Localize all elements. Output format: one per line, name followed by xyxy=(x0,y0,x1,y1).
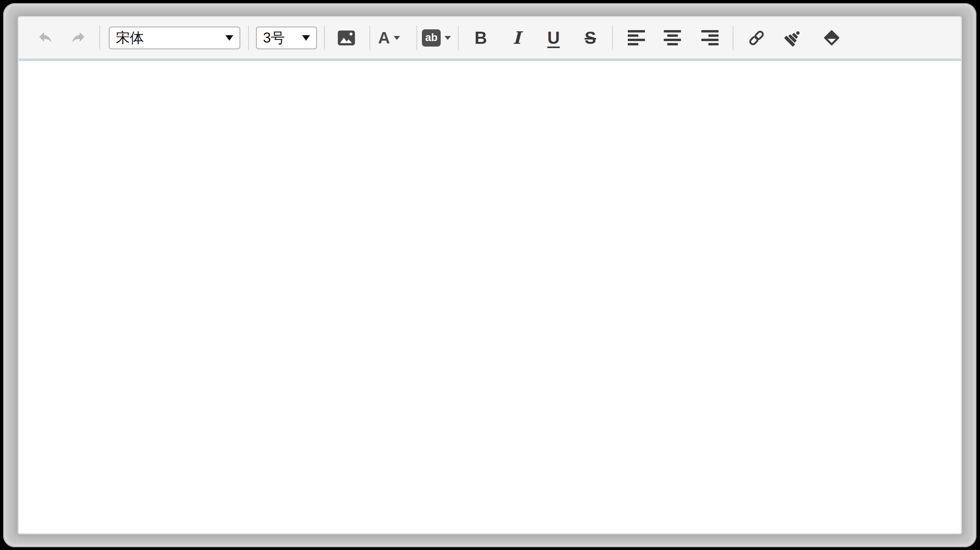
toolbar-separator xyxy=(369,26,370,50)
toolbar-separator xyxy=(612,26,613,50)
bold-button[interactable]: B xyxy=(469,22,492,54)
toolbar-separator xyxy=(248,26,249,50)
font-family-value: 宋体 xyxy=(116,31,220,45)
editor-toolbar: 宋体 3号 A xyxy=(19,17,961,59)
insert-link-button[interactable] xyxy=(747,22,766,54)
font-color-label: A xyxy=(378,30,390,46)
font-color-button[interactable]: A xyxy=(378,22,400,54)
toolbar-separator xyxy=(733,26,733,50)
align-left-icon xyxy=(628,30,645,45)
clear-format-button[interactable] xyxy=(822,22,841,54)
toolbar-separator xyxy=(458,26,459,50)
dropdown-caret-icon xyxy=(302,35,310,41)
highlight-label: ab xyxy=(425,32,438,43)
redo-button[interactable] xyxy=(67,22,89,54)
caret-down-icon xyxy=(394,36,400,40)
italic-button[interactable]: I xyxy=(505,22,528,54)
highlight-color-button[interactable]: ab xyxy=(422,22,451,54)
align-center-icon xyxy=(664,30,681,45)
align-left-button[interactable] xyxy=(628,22,645,54)
image-icon xyxy=(337,30,355,46)
undo-arrow-icon xyxy=(36,30,55,46)
strikethrough-label: S xyxy=(585,29,596,47)
highlight-badge: ab xyxy=(422,29,441,47)
toolbar-separator xyxy=(324,26,325,50)
format-brush-button[interactable] xyxy=(783,22,803,54)
font-size-select[interactable]: 3号 xyxy=(256,27,317,49)
toolbar-separator xyxy=(99,26,100,50)
eraser-icon xyxy=(823,29,841,47)
insert-image-button[interactable] xyxy=(337,22,356,54)
dropdown-caret-icon xyxy=(225,35,233,41)
chain-link-icon xyxy=(748,29,766,47)
rich-text-editor: 宋体 3号 A xyxy=(19,17,961,533)
underline-button[interactable]: U xyxy=(541,22,566,54)
undo-button[interactable] xyxy=(34,22,56,54)
strikethrough-button[interactable]: S xyxy=(578,22,603,54)
redo-arrow-icon xyxy=(69,30,88,46)
editor-content-area[interactable] xyxy=(19,61,961,533)
font-family-select[interactable]: 宋体 xyxy=(109,27,240,49)
paint-brush-icon xyxy=(783,28,803,48)
align-right-button[interactable] xyxy=(701,22,719,54)
italic-label: I xyxy=(513,29,521,47)
align-right-icon xyxy=(701,30,719,45)
underline-label: U xyxy=(547,29,560,47)
bold-label: B xyxy=(474,29,487,47)
align-center-button[interactable] xyxy=(664,22,681,54)
toolbar-separator xyxy=(416,26,417,50)
editor-window-frame: 宋体 3号 A xyxy=(3,3,976,547)
caret-down-icon xyxy=(445,36,451,40)
font-size-value: 3号 xyxy=(263,31,297,45)
